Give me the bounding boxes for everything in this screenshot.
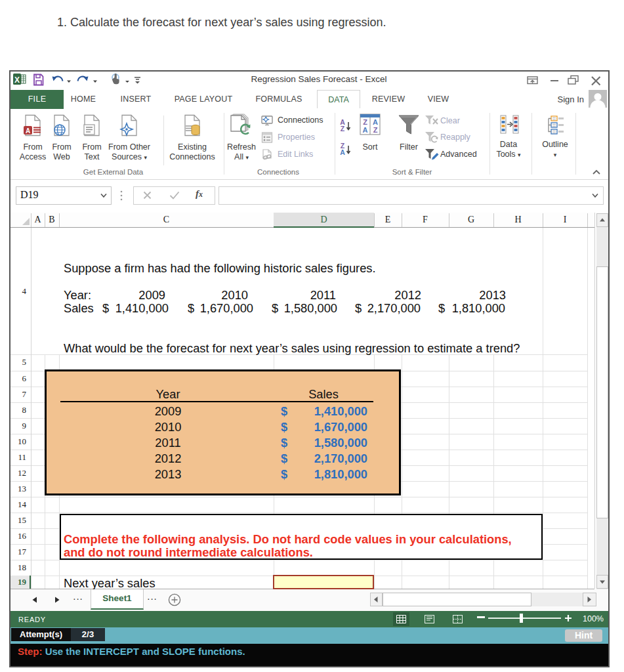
svg-text:A: A bbox=[340, 148, 345, 156]
svg-text:Z: Z bbox=[341, 125, 345, 133]
svg-text:A: A bbox=[373, 118, 378, 126]
svg-text:Z: Z bbox=[373, 126, 378, 134]
svg-text:Z: Z bbox=[363, 118, 367, 126]
svg-text:A: A bbox=[26, 127, 30, 135]
svg-text:A: A bbox=[363, 126, 368, 134]
svg-text:X: X bbox=[14, 75, 20, 85]
